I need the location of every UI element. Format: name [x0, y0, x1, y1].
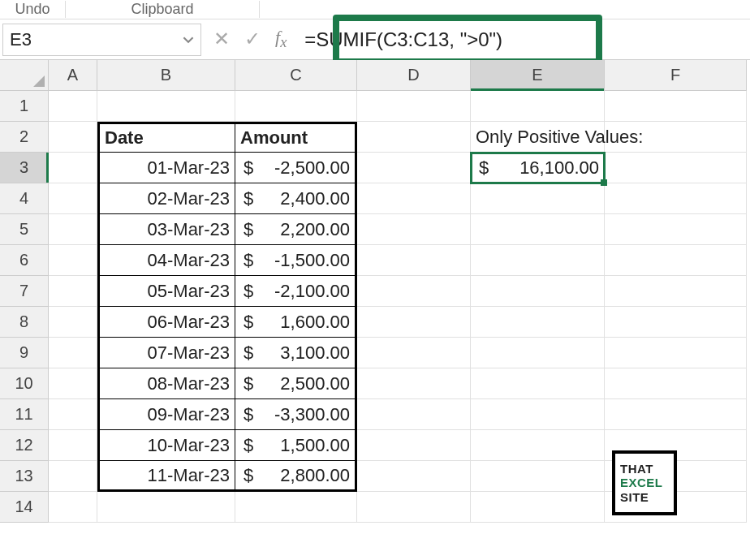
cell-B14[interactable]	[97, 492, 235, 523]
cell-F5[interactable]	[605, 214, 747, 245]
select-all-corner[interactable]	[0, 60, 49, 91]
cell-A14[interactable]	[49, 492, 97, 523]
col-header-F[interactable]: F	[605, 60, 747, 91]
cell-D9[interactable]	[357, 338, 471, 368]
cell-B12[interactable]: 10-Mar-23	[97, 430, 235, 461]
cell-D11[interactable]	[357, 399, 471, 430]
cell-B4[interactable]: 02-Mar-23	[97, 183, 235, 214]
row-header-12[interactable]: 12	[0, 430, 49, 461]
col-header-D[interactable]: D	[357, 60, 471, 91]
row-header-11[interactable]: 11	[0, 399, 49, 430]
cell-F11[interactable]	[605, 399, 747, 430]
cell-F1[interactable]	[605, 91, 747, 122]
cell-C11[interactable]: $-3,300.00	[235, 399, 357, 430]
cancel-icon[interactable]: ✕	[213, 28, 230, 50]
cell-F7[interactable]	[605, 276, 747, 307]
cell-F10[interactable]	[605, 368, 747, 399]
cell-A2[interactable]	[49, 122, 97, 153]
row-header-4[interactable]: 4	[0, 183, 49, 214]
cell-E6[interactable]	[471, 245, 605, 276]
cell-D10[interactable]	[357, 368, 471, 399]
row-header-1[interactable]: 1	[0, 91, 49, 122]
cell-B9[interactable]: 07-Mar-23	[97, 338, 235, 368]
cell-E2[interactable]: Only Positive Values:	[471, 122, 605, 153]
row-header-8[interactable]: 8	[0, 307, 49, 338]
cell-C7[interactable]: $-2,100.00	[235, 276, 357, 307]
cell-E3[interactable]: $16,100.00	[471, 153, 605, 183]
cell-F8[interactable]	[605, 307, 747, 338]
col-header-E[interactable]: E	[471, 60, 605, 91]
cell-B8[interactable]: 06-Mar-23	[97, 307, 235, 338]
cell-E8[interactable]	[471, 307, 605, 338]
cell-C13[interactable]: $2,800.00	[235, 461, 357, 492]
row-header-6[interactable]: 6	[0, 245, 49, 276]
cell-E11[interactable]	[471, 399, 605, 430]
cell-C1[interactable]	[235, 91, 357, 122]
cell-A10[interactable]	[49, 368, 97, 399]
cell-B3[interactable]: 01-Mar-23	[97, 153, 235, 183]
cell-F3[interactable]	[605, 153, 747, 183]
cell-A5[interactable]	[49, 214, 97, 245]
cell-F2[interactable]	[605, 122, 747, 153]
cell-C5[interactable]: $2,200.00	[235, 214, 357, 245]
row-header-2[interactable]: 2	[0, 122, 49, 153]
chevron-down-icon[interactable]	[183, 34, 194, 45]
cell-C6[interactable]: $-1,500.00	[235, 245, 357, 276]
row-header-13[interactable]: 13	[0, 461, 49, 492]
cell-B10[interactable]: 08-Mar-23	[97, 368, 235, 399]
cell-A9[interactable]	[49, 338, 97, 368]
cell-A8[interactable]	[49, 307, 97, 338]
cell-D13[interactable]	[357, 461, 471, 492]
fx-icon[interactable]: fx	[275, 27, 287, 51]
ribbon-group-undo[interactable]: Undo	[0, 1, 65, 18]
cell-E9[interactable]	[471, 338, 605, 368]
cell-D14[interactable]	[357, 492, 471, 523]
cell-B7[interactable]: 05-Mar-23	[97, 276, 235, 307]
row-header-3[interactable]: 3	[0, 153, 49, 183]
cell-E1[interactable]	[471, 91, 605, 122]
cell-C4[interactable]: $2,400.00	[235, 183, 357, 214]
enter-icon[interactable]: ✓	[244, 28, 261, 50]
cell-B1[interactable]	[97, 91, 235, 122]
cell-E7[interactable]	[471, 276, 605, 307]
cell-A6[interactable]	[49, 245, 97, 276]
cell-C9[interactable]: $3,100.00	[235, 338, 357, 368]
cell-C14[interactable]	[235, 492, 357, 523]
cell-C10[interactable]: $2,500.00	[235, 368, 357, 399]
cell-F9[interactable]	[605, 338, 747, 368]
ribbon-group-clipboard[interactable]: Clipboard	[65, 1, 260, 18]
cell-D6[interactable]	[357, 245, 471, 276]
cell-A12[interactable]	[49, 430, 97, 461]
cell-B5[interactable]: 03-Mar-23	[97, 214, 235, 245]
cell-E12[interactable]	[471, 430, 605, 461]
cell-D3[interactable]	[357, 153, 471, 183]
cell-D1[interactable]	[357, 91, 471, 122]
cell-A1[interactable]	[49, 91, 97, 122]
name-box[interactable]: E3	[2, 24, 201, 56]
cell-C8[interactable]: $1,600.00	[235, 307, 357, 338]
cell-B6[interactable]: 04-Mar-23	[97, 245, 235, 276]
cell-A13[interactable]	[49, 461, 97, 492]
row-header-9[interactable]: 9	[0, 338, 49, 368]
cell-D5[interactable]	[357, 214, 471, 245]
formula-input[interactable]: =SUMIF(C3:C13, ">0")	[296, 19, 750, 59]
cell-E13[interactable]	[471, 461, 605, 492]
cell-D8[interactable]	[357, 307, 471, 338]
cell-E5[interactable]	[471, 214, 605, 245]
cell-C2[interactable]: Amount	[235, 122, 357, 153]
cell-A7[interactable]	[49, 276, 97, 307]
row-header-10[interactable]: 10	[0, 368, 49, 399]
col-header-C[interactable]: C	[235, 60, 357, 91]
col-header-A[interactable]: A	[49, 60, 97, 91]
cell-B13[interactable]: 11-Mar-23	[97, 461, 235, 492]
cell-A3[interactable]	[49, 153, 97, 183]
cell-E10[interactable]	[471, 368, 605, 399]
cell-A11[interactable]	[49, 399, 97, 430]
cell-A4[interactable]	[49, 183, 97, 214]
cell-B11[interactable]: 09-Mar-23	[97, 399, 235, 430]
row-header-14[interactable]: 14	[0, 492, 49, 523]
cell-B2[interactable]: Date	[97, 122, 235, 153]
col-header-B[interactable]: B	[97, 60, 235, 91]
cell-F4[interactable]	[605, 183, 747, 214]
cell-F6[interactable]	[605, 245, 747, 276]
